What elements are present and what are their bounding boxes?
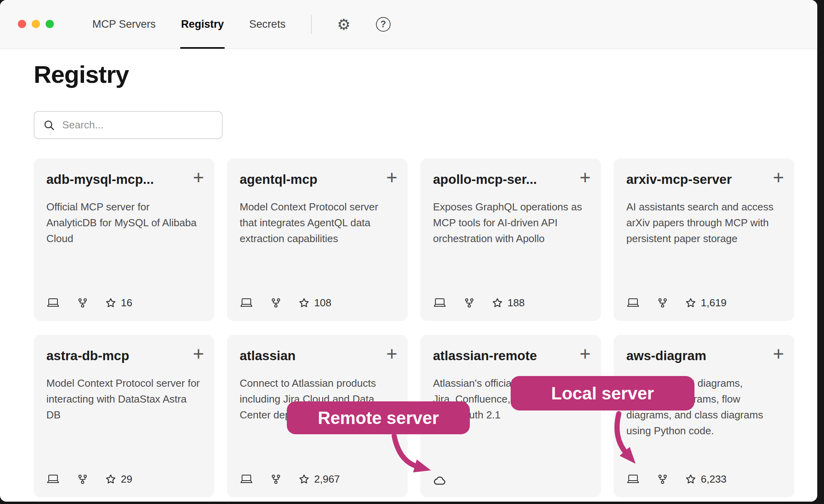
tab-registry[interactable]: Registry bbox=[181, 0, 224, 49]
git-fork-icon bbox=[77, 298, 88, 308]
server-description: Model Context Protocol server that integ… bbox=[240, 199, 395, 246]
server-name: agentql-mcp bbox=[240, 172, 378, 187]
server-description: AI assistants search and access arXiv pa… bbox=[626, 199, 782, 246]
add-server-button[interactable]: + bbox=[191, 166, 206, 189]
add-server-button[interactable]: + bbox=[384, 166, 400, 189]
plus-icon: + bbox=[193, 167, 204, 188]
plus-icon: + bbox=[773, 167, 784, 188]
server-name: arxiv-mcp-server bbox=[626, 172, 765, 187]
star-count: 108 bbox=[299, 297, 331, 309]
star-icon bbox=[299, 298, 309, 308]
laptop-icon bbox=[433, 298, 446, 308]
app-window: MCP Servers Registry Secrets ⚙ ? Registr… bbox=[0, 0, 817, 502]
card-footer: 188 bbox=[433, 297, 525, 309]
plus-icon: + bbox=[773, 343, 784, 364]
minimize-window-button[interactable] bbox=[32, 20, 40, 28]
add-server-button[interactable]: + bbox=[384, 342, 400, 366]
laptop-icon bbox=[626, 474, 640, 485]
cards-grid: adb-mysql-mcp... + Official MCP server f… bbox=[34, 158, 794, 497]
plus-icon: + bbox=[580, 343, 591, 364]
add-server-button[interactable]: + bbox=[771, 166, 786, 189]
server-name: aws-diagram bbox=[626, 348, 765, 363]
server-card-agentql-mcp[interactable]: agentql-mcp + Model Context Protocol ser… bbox=[227, 158, 408, 321]
star-count-value: 1,619 bbox=[701, 297, 727, 309]
star-count: 29 bbox=[105, 473, 132, 485]
card-footer: 16 bbox=[46, 297, 132, 309]
star-count: 6,233 bbox=[685, 473, 727, 485]
star-count: 1,619 bbox=[685, 297, 727, 309]
add-server-button[interactable]: + bbox=[577, 166, 593, 189]
laptop-icon bbox=[46, 298, 60, 308]
tab-mcp-servers[interactable]: MCP Servers bbox=[92, 0, 156, 49]
plus-icon: + bbox=[580, 167, 591, 188]
page-title: Registry bbox=[34, 60, 129, 88]
star-count-value: 29 bbox=[121, 473, 132, 485]
laptop-icon bbox=[46, 474, 60, 485]
star-icon bbox=[492, 298, 503, 308]
cloud-icon bbox=[433, 475, 446, 485]
star-count-value: 108 bbox=[314, 297, 331, 309]
star-icon bbox=[105, 474, 116, 485]
server-description: Model Context Protocol server for intera… bbox=[46, 375, 202, 423]
local-server-annotation-label: Local server bbox=[551, 384, 654, 403]
star-icon bbox=[685, 474, 696, 485]
tab-secrets-label: Secrets bbox=[249, 18, 286, 31]
card-footer: 2,967 bbox=[240, 473, 340, 485]
server-card-arxiv-mcp-server[interactable]: arxiv-mcp-server + AI assistants search … bbox=[614, 158, 794, 321]
git-fork-icon bbox=[464, 298, 475, 308]
remote-server-annotation-label: Remote server bbox=[318, 408, 439, 428]
star-count: 188 bbox=[492, 297, 525, 309]
server-card-apollo-mcp-server[interactable]: apollo-mcp-ser... + Exposes GraphQL oper… bbox=[420, 158, 601, 321]
card-footer: 29 bbox=[46, 473, 132, 485]
traffic-lights bbox=[18, 20, 54, 28]
server-description: Exposes GraphQL operations as MCP tools … bbox=[433, 199, 588, 246]
server-name: atlassian-remote bbox=[433, 348, 572, 363]
server-description: Official MCP server for AnalyticDB for M… bbox=[46, 199, 202, 246]
star-icon bbox=[105, 298, 116, 308]
git-fork-icon bbox=[657, 298, 668, 308]
settings-gear-icon[interactable]: ⚙ bbox=[337, 17, 351, 32]
plus-icon: + bbox=[193, 343, 204, 364]
tab-registry-label: Registry bbox=[181, 18, 224, 31]
card-footer: 1,619 bbox=[626, 297, 727, 309]
tab-secrets[interactable]: Secrets bbox=[249, 0, 286, 49]
card-footer: 6,233 bbox=[626, 473, 727, 485]
help-icon[interactable]: ? bbox=[376, 17, 391, 32]
star-icon bbox=[299, 474, 309, 485]
search-input[interactable] bbox=[61, 118, 213, 132]
git-fork-icon bbox=[271, 474, 281, 485]
local-server-annotation: Local server bbox=[511, 376, 694, 410]
server-name: adb-mysql-mcp... bbox=[46, 172, 185, 187]
star-count: 16 bbox=[105, 297, 132, 309]
close-window-button[interactable] bbox=[18, 20, 26, 28]
plus-icon: + bbox=[386, 167, 397, 188]
star-count-value: 16 bbox=[121, 297, 132, 309]
server-name: apollo-mcp-ser... bbox=[433, 172, 572, 187]
star-count: 2,967 bbox=[299, 473, 340, 485]
git-fork-icon bbox=[657, 474, 668, 485]
main-nav: MCP Servers Registry Secrets ⚙ ? bbox=[92, 0, 391, 49]
add-server-button[interactable]: + bbox=[771, 342, 786, 366]
git-fork-icon bbox=[77, 474, 88, 485]
add-server-button[interactable]: + bbox=[577, 342, 593, 366]
add-server-button[interactable]: + bbox=[191, 342, 206, 366]
tab-mcp-servers-label: MCP Servers bbox=[92, 18, 156, 31]
star-count-value: 2,967 bbox=[314, 473, 340, 485]
server-name: astra-db-mcp bbox=[46, 348, 185, 363]
server-card-aws-diagram[interactable]: aws-diagram + Generate AWS diagrams, seq… bbox=[614, 335, 794, 497]
server-card-adb-mysql-mcp[interactable]: adb-mysql-mcp... + Official MCP server f… bbox=[34, 158, 214, 321]
search-box bbox=[34, 111, 223, 139]
remote-server-annotation: Remote server bbox=[287, 401, 470, 434]
star-icon bbox=[685, 298, 696, 308]
search-icon bbox=[43, 119, 55, 131]
laptop-icon bbox=[240, 298, 253, 308]
card-footer: 108 bbox=[240, 297, 331, 309]
zoom-window-button[interactable] bbox=[46, 20, 54, 28]
laptop-icon bbox=[626, 298, 640, 308]
nav-divider bbox=[311, 15, 312, 34]
star-count-value: 188 bbox=[507, 297, 525, 309]
titlebar: MCP Servers Registry Secrets ⚙ ? bbox=[0, 0, 817, 49]
star-count-value: 6,233 bbox=[701, 473, 727, 485]
server-card-astra-db-mcp[interactable]: astra-db-mcp + Model Context Protocol se… bbox=[34, 335, 214, 497]
plus-icon: + bbox=[386, 343, 397, 364]
